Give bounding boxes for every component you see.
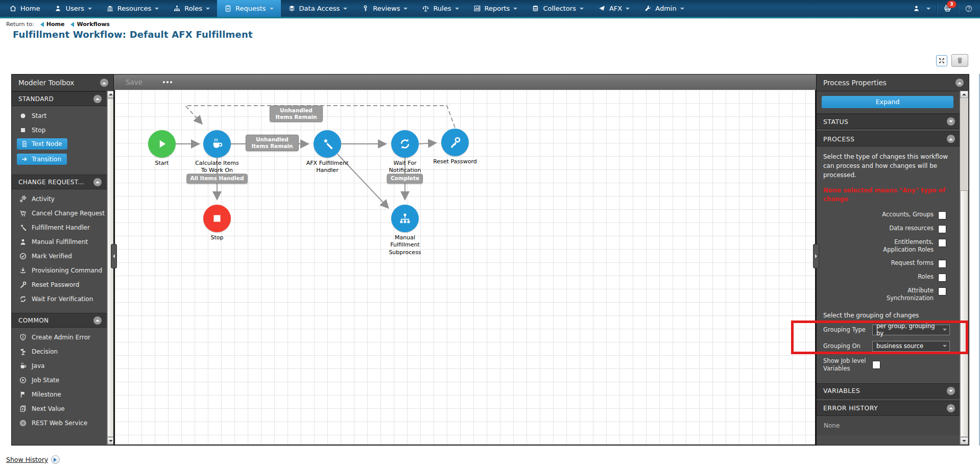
nav-item-collectors[interactable]: Collectors	[524, 0, 591, 17]
toolbox-item-label: Cancel Change Request	[32, 210, 105, 217]
chevron-down-icon	[206, 8, 210, 12]
node-start[interactable]: Start	[138, 130, 185, 167]
node-wait-for-notification[interactable]: Wait For Notification	[381, 130, 428, 175]
chevron-up-icon[interactable]	[947, 135, 955, 143]
expand-button[interactable]: Expand	[822, 96, 953, 108]
toolbox-section-standard[interactable]: STANDARD	[12, 91, 107, 106]
scrollbar-thumb[interactable]	[960, 190, 968, 437]
toolbox-section-common[interactable]: COMMON	[12, 313, 107, 328]
toolbox-section-label: COMMON	[18, 317, 49, 324]
section-status[interactable]: STATUS	[817, 114, 960, 129]
nav-item-admin[interactable]: Admin	[637, 0, 691, 17]
toolbox-item-milestone[interactable]: Milestone	[12, 387, 107, 402]
toolbox-item-label: Reset Password	[32, 281, 79, 288]
node-afx-fulfillment-handler[interactable]: AFX Fulfillment Handler	[304, 130, 351, 175]
chevron-down-icon	[943, 345, 947, 349]
toolbox-item-next-value[interactable]: Next Value	[12, 402, 107, 416]
checkbox-data-resources[interactable]	[938, 225, 946, 233]
chevron-up-icon[interactable]	[93, 95, 102, 103]
workflow-canvas[interactable]: StartCalculate Items To Work OnAFX Fulfi…	[115, 90, 815, 445]
toolbox-item-transition[interactable]: Transition	[17, 154, 67, 165]
nav-item-rules[interactable]: Rules	[415, 0, 466, 17]
node-manual-fulfillment-subprocess[interactable]: Manual Fulfillment Subprocess	[381, 205, 428, 256]
checkbox-entitlements-application-roles[interactable]	[938, 239, 946, 247]
scroll-down-button[interactable]	[107, 437, 114, 445]
change-type-row: Request forms	[823, 259, 946, 268]
collapse-properties-button[interactable]	[955, 79, 964, 87]
toolbox-section-change-request[interactable]: CHANGE REQUEST...	[12, 175, 107, 189]
show-history-link[interactable]: Show History	[6, 455, 60, 464]
toolbox-item-start[interactable]: Start	[12, 109, 107, 123]
node-stop[interactable]: Stop	[194, 205, 241, 241]
user-menu-button[interactable]	[913, 5, 920, 12]
toolbox-item-manual-fulfillment[interactable]: Manual Fulfillment	[12, 235, 107, 249]
properties-scrollbar[interactable]	[960, 91, 968, 445]
checkbox-roles[interactable]	[938, 274, 946, 282]
notifications-button[interactable]: 3	[943, 4, 952, 13]
back-arrow-icon	[68, 22, 74, 27]
save-button[interactable]: Save	[126, 78, 142, 86]
section-variables[interactable]: VARIABLES	[817, 383, 960, 399]
section-process[interactable]: PROCESS	[817, 131, 960, 146]
breadcrumb-workflows[interactable]: Workflows	[77, 21, 109, 28]
toolbox-item-rest-web-service[interactable]: REST Web Service	[12, 416, 107, 430]
toolbox-item-cancel-change-request[interactable]: Cancel Change Request	[12, 206, 107, 220]
chevron-up-icon[interactable]	[93, 178, 102, 186]
scroll-up-button[interactable]	[960, 91, 968, 98]
node-label: Stop	[194, 234, 241, 241]
process-description: Select the type of changes this workflow…	[823, 152, 953, 180]
nav-item-afx[interactable]: AFX	[591, 0, 637, 17]
nav-item-reviews[interactable]: Reviews	[354, 0, 415, 17]
nav-item-roles[interactable]: Roles	[166, 0, 217, 17]
collapse-left-panel-handle[interactable]	[111, 244, 117, 268]
chevron-up-icon[interactable]	[93, 316, 102, 325]
show-job-variables-label: Show Job level Variables	[823, 357, 872, 373]
nav-item-users[interactable]: Users	[47, 0, 99, 17]
toolbox-item-decision[interactable]: Decision	[12, 344, 107, 359]
select-grouping-on[interactable]: business source	[872, 341, 950, 352]
checkbox-request-forms[interactable]	[938, 260, 946, 268]
nav-item-data-access[interactable]: Data Access	[281, 0, 355, 17]
chevron-down-icon[interactable]	[947, 117, 955, 126]
show-job-variables-checkbox[interactable]	[872, 361, 880, 369]
coffee-icon	[210, 137, 224, 151]
more-options-button[interactable]	[163, 81, 172, 83]
breadcrumb-home[interactable]: Home	[46, 21, 65, 28]
toolbox-item-label: Milestone	[32, 391, 61, 398]
collapse-toolbox-button[interactable]	[100, 79, 108, 87]
checkbox-attribute-synchronization[interactable]	[938, 287, 946, 295]
nav-item-home[interactable]: Home	[2, 0, 47, 17]
scroll-up-button[interactable]	[107, 91, 114, 98]
node-reset-password[interactable]: Reset Password	[432, 129, 479, 165]
toolbox-item-text-node[interactable]: Text Node	[17, 138, 67, 150]
chevron-down-icon[interactable]	[947, 387, 955, 395]
toolbox-item-wait-for-verification[interactable]: Wait For Verification	[12, 292, 107, 306]
toolbox-item-provisioning-command[interactable]: Provisioning Command	[12, 263, 107, 278]
select-grouping-type[interactable]: per group, grouping by	[872, 325, 950, 335]
grouping-row-grouping-type: Grouping Typeper group, grouping by	[823, 325, 953, 335]
checkbox-accounts-groups[interactable]	[938, 211, 946, 219]
nav-item-resources[interactable]: Resources	[99, 0, 166, 17]
toolbox-item-label: Create Admin Error	[32, 334, 90, 341]
nav-item-reports[interactable]: Reports	[466, 0, 525, 17]
toolbox-item-label: Decision	[32, 348, 58, 355]
toolbox-item-reset-password[interactable]: Reset Password	[12, 278, 107, 292]
toolbox-item-create-admin-error[interactable]: Create Admin Error	[12, 330, 107, 344]
node-calculate-items-to-work-on[interactable]: Calculate Items To Work On	[194, 130, 241, 175]
maximize-button[interactable]	[936, 55, 947, 66]
nav-item-requests[interactable]: Requests	[217, 0, 281, 17]
toolbox-item-activity[interactable]: Activity	[12, 192, 107, 206]
scroll-down-button[interactable]	[960, 437, 968, 445]
toolbox-item-stop[interactable]: Stop	[12, 123, 107, 137]
collapse-right-panel-handle[interactable]	[813, 244, 819, 268]
delete-button[interactable]	[951, 54, 968, 67]
section-error-history[interactable]: ERROR HISTORY	[817, 401, 960, 416]
chevron-up-icon[interactable]	[947, 404, 955, 412]
workflow-modeler: Modeler Toolbox STANDARDStartStopText No…	[11, 74, 969, 446]
change-type-list: Accounts, GroupsData resourcesEntitlemen…	[823, 211, 953, 303]
toolbox-item-java[interactable]: Java	[12, 359, 107, 373]
toolbox-item-job-state[interactable]: Job State	[12, 373, 107, 387]
toolbox-item-mark-verified[interactable]: Mark Verified	[12, 249, 107, 263]
toolbox-item-fulfillment-handler[interactable]: Fulfillment Handler	[12, 220, 107, 235]
help-button[interactable]	[965, 5, 973, 13]
